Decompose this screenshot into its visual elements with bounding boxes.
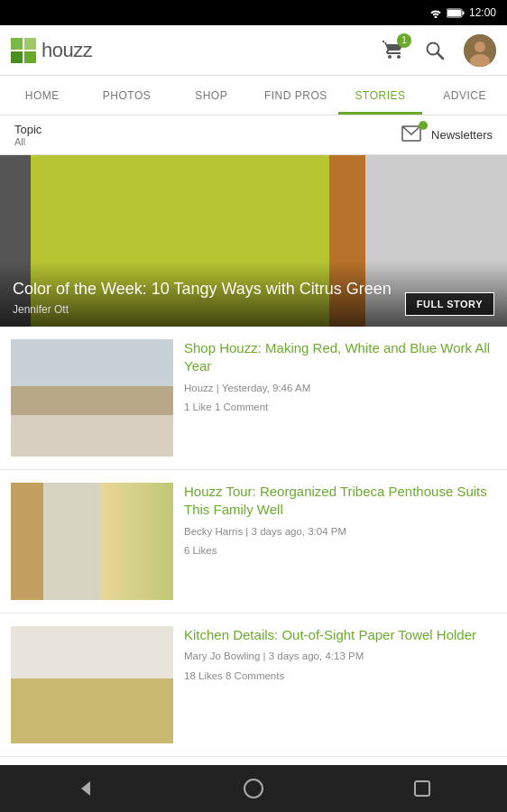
svg-rect-72: [11, 483, 90, 600]
avatar[interactable]: [464, 34, 496, 67]
story-list: Shop Houzz: Making Red, White and Blue W…: [0, 327, 507, 765]
topic-label: Topic: [14, 123, 41, 136]
recents-button[interactable]: [401, 767, 444, 810]
story-title: Shop Houzz: Making Red, White and Blue W…: [184, 339, 496, 376]
svg-point-82: [82, 649, 88, 654]
newsletters-icon-container: [401, 123, 426, 148]
time-display: 12:00: [469, 6, 496, 19]
svg-marker-54: [15, 357, 33, 375]
svg-rect-56: [117, 355, 157, 386]
story-1-image: [11, 339, 173, 457]
houzz-logo-icon: [11, 38, 36, 63]
svg-rect-1: [447, 10, 461, 16]
story-meta: Mary Jo Bowling | 3 days ago, 4:13 PM: [184, 650, 496, 663]
svg-rect-71: [114, 506, 120, 521]
svg-rect-67: [118, 485, 124, 501]
wifi-icon: [429, 8, 442, 18]
svg-rect-3: [11, 38, 23, 50]
newsletters-label: Newsletters: [431, 128, 493, 142]
story-stats: 1 Like 1 Comment: [184, 401, 496, 412]
tab-advice[interactable]: ADVICE: [422, 76, 507, 115]
topic-bar: Topic All Newsletters: [0, 115, 507, 155]
svg-rect-65: [106, 485, 112, 501]
svg-point-10: [475, 42, 485, 52]
svg-rect-18: [361, 164, 433, 173]
svg-rect-59: [92, 501, 173, 503]
bottom-nav: [0, 765, 507, 812]
svg-rect-81: [97, 631, 169, 671]
tab-photos[interactable]: PHOTOS: [85, 76, 170, 115]
svg-rect-79: [11, 626, 173, 676]
recents-icon: [413, 780, 431, 798]
story-title: Houzz Tour: Reorganized Tribeca Penthous…: [184, 483, 496, 520]
svg-rect-50: [47, 402, 164, 429]
svg-rect-80: [15, 631, 88, 671]
story-thumbnail: [11, 626, 173, 743]
svg-rect-74: [29, 555, 78, 591]
tab-shop[interactable]: SHOP: [169, 76, 254, 115]
full-story-button[interactable]: FULL STORY: [405, 292, 494, 316]
back-button[interactable]: [63, 767, 106, 810]
svg-rect-62: [92, 563, 173, 566]
svg-rect-58: [92, 483, 173, 600]
svg-rect-27: [410, 164, 414, 184]
logo-text: houzz: [41, 39, 92, 62]
svg-rect-61: [92, 542, 173, 545]
status-bar: 12:00: [0, 0, 507, 25]
app-bar-actions: 1: [383, 34, 496, 67]
topic-info[interactable]: Topic All: [14, 123, 41, 147]
tab-find-pros[interactable]: FIND PROS: [254, 76, 338, 115]
story-item[interactable]: Kitchen Details: Out-of-Sight Paper Towe…: [0, 614, 507, 757]
svg-rect-6: [24, 51, 36, 63]
svg-rect-44: [29, 348, 92, 350]
svg-rect-24: [388, 164, 395, 184]
search-button[interactable]: [420, 36, 449, 65]
newsletters-button[interactable]: Newsletters: [401, 123, 493, 148]
svg-rect-53: [15, 375, 33, 425]
svg-rect-64: [100, 485, 105, 501]
tab-stories[interactable]: STORIES: [338, 76, 423, 115]
svg-rect-4: [24, 38, 36, 50]
featured-story[interactable]: Color of the Week: 10 Tangy Ways with Ci…: [0, 155, 507, 327]
story-stats: 6 Likes: [184, 545, 496, 556]
svg-rect-75: [38, 532, 78, 564]
svg-rect-49: [11, 425, 173, 457]
story-item[interactable]: Houzz Tour: Reorganized Tribeca Penthous…: [0, 470, 507, 614]
svg-rect-45: [29, 384, 92, 386]
svg-rect-90: [11, 676, 173, 688]
topic-value: All: [14, 136, 41, 147]
svg-rect-84: [11, 689, 173, 743]
svg-rect-2: [462, 11, 464, 14]
tab-home[interactable]: HOME: [0, 76, 85, 115]
svg-rect-23: [383, 164, 387, 184]
story-thumbnail: [11, 339, 173, 457]
svg-rect-85: [11, 687, 173, 692]
svg-rect-87: [97, 694, 169, 739]
nav-tabs: HOME PHOTOS SHOP FIND PROS STORIES ADVIC…: [0, 76, 507, 115]
svg-rect-69: [100, 506, 107, 521]
svg-rect-20: [361, 164, 368, 184]
story-3-image: [11, 626, 173, 743]
svg-rect-73: [20, 492, 74, 564]
svg-point-36: [215, 228, 240, 254]
svg-rect-68: [94, 506, 99, 521]
home-button[interactable]: [232, 767, 275, 810]
story-title: Kitchen Details: Out-of-Sight Paper Towe…: [184, 626, 496, 644]
story-meta: Houzz | Yesterday, 9:46 AM: [184, 382, 496, 395]
logo[interactable]: houzz: [11, 38, 383, 63]
svg-rect-77: [77, 519, 80, 586]
svg-rect-22: [375, 164, 382, 184]
svg-rect-57: [11, 483, 173, 600]
svg-rect-43: [29, 348, 92, 420]
cart-button[interactable]: 1: [383, 39, 406, 62]
svg-point-83: [96, 649, 101, 654]
story-item[interactable]: Shop Houzz: Making Red, White and Blue W…: [0, 327, 507, 470]
svg-rect-40: [9, 196, 72, 268]
svg-rect-70: [108, 506, 113, 521]
svg-rect-86: [15, 694, 88, 739]
story-meta: Becky Harris | 3 days ago, 3:04 PM: [184, 525, 496, 539]
battery-icon: [447, 8, 465, 18]
app-bar: houzz 1: [0, 25, 507, 76]
svg-rect-51: [47, 393, 164, 407]
status-icons: 12:00: [429, 6, 496, 19]
